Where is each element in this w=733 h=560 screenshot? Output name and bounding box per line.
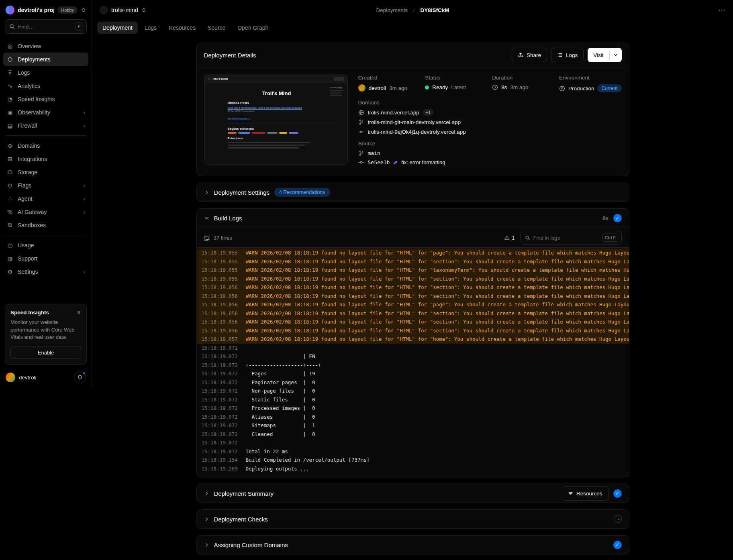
deployments-icon: ⬡ <box>6 56 14 63</box>
source-label: Source <box>358 141 622 147</box>
promo-body: Monitor your website performance with Co… <box>10 319 81 341</box>
arrow-up-circle-icon <box>559 86 565 92</box>
sidebar-item-integrations[interactable]: ⊞Integrations <box>3 152 88 165</box>
tab-logs[interactable]: Logs <box>139 22 162 34</box>
search-input[interactable] <box>18 24 72 30</box>
share-button[interactable]: Share <box>512 48 547 62</box>
user-avatar[interactable] <box>6 373 15 382</box>
log-line-warn: 15:18:19.056WARN 2026/02/08 18:18:19 fou… <box>197 300 629 309</box>
deployment-checks-row[interactable]: Deployment Checks <box>196 509 629 529</box>
chevron-right-icon: › <box>83 195 85 202</box>
chevron-right-icon: › <box>83 269 85 275</box>
sidebar-item-firewall[interactable]: ▤Firewall› <box>3 119 88 132</box>
agent-icon: ∴ <box>6 195 14 202</box>
sidebar-item-storage[interactable]: ⛁Storage <box>3 165 88 179</box>
usage-icon: ◷ <box>6 242 14 248</box>
sidebar-item-ai-gateway[interactable]: %AI Gateway› <box>3 205 88 218</box>
deployment-preview[interactable]: Troli's Mind On this page Troli's Mind Ú… <box>204 75 348 165</box>
deployment-summary-row[interactable]: Deployment Summary Resources ✓ <box>196 484 629 503</box>
sidebar-item-flags[interactable]: ⊙Flags› <box>3 179 88 192</box>
log-output[interactable]: 15:18:19.055WARN 2026/02/08 18:18:19 fou… <box>197 248 629 477</box>
chevron-down-icon[interactable] <box>204 216 209 221</box>
sidebar-item-analytics[interactable]: ∿Analytics <box>3 79 88 92</box>
build-logs-title[interactable]: Build Logs <box>214 215 242 222</box>
source-branch[interactable]: main <box>358 150 622 156</box>
notifications-button[interactable] <box>74 371 86 383</box>
log-search[interactable]: Ctrl F <box>521 231 622 244</box>
project-switcher-icon[interactable] <box>141 8 146 12</box>
resources-button[interactable]: Resources <box>562 486 608 501</box>
domains-label: Domains <box>358 100 622 106</box>
domains-list: trolis-mind.vercel.app+1trolis-mind-git-… <box>358 109 622 135</box>
preview-heading: Troli's Mind <box>228 90 326 96</box>
log-line-count: 37 lines <box>214 235 233 241</box>
copy-icon[interactable] <box>204 235 210 240</box>
source-commit[interactable]: 5e5ee3b fix: error formatting <box>358 159 622 165</box>
breadcrumb-deployments[interactable]: Deployments <box>376 7 408 13</box>
project-name: trolis-mind <box>111 7 138 13</box>
tab-resources[interactable]: Resources <box>163 22 201 34</box>
bell-icon <box>77 375 83 380</box>
pending-clock-icon <box>614 515 622 523</box>
sandboxes-icon: ⧉ <box>6 222 14 228</box>
assigning-domains-row[interactable]: Assigning Custom Domains ✓ <box>196 535 629 554</box>
tab-deployment[interactable]: Deployment <box>97 22 138 34</box>
log-line: 15:18:19.072 <box>197 438 629 447</box>
team-switcher[interactable]: devtroli's proje… Hobby <box>0 5 92 18</box>
deployment-settings-row[interactable]: Deployment Settings 4 Recommendations <box>196 183 629 202</box>
sidebar-item-deployments[interactable]: ⬡Deployments <box>3 53 88 66</box>
sidebar-item-agent[interactable]: ∴Agent› <box>3 192 88 205</box>
chevron-down-icon[interactable] <box>610 48 622 62</box>
sidebar-item-settings[interactable]: ⚙Settings› <box>3 265 88 278</box>
domain-link[interactable]: trolis-mind.vercel.app+1 <box>358 109 622 116</box>
tab-open-graph[interactable]: Open Graph <box>232 22 274 34</box>
sidebar-item-domains[interactable]: ⊕Domains <box>3 139 88 152</box>
share-icon <box>518 52 523 58</box>
chevron-right-icon: › <box>83 182 85 189</box>
chevron-right-icon <box>204 190 209 195</box>
domains-icon: ⊕ <box>6 143 14 149</box>
assigning-domains-title: Assigning Custom Domains <box>214 542 288 548</box>
globe-icon <box>358 110 364 116</box>
domain-link[interactable]: trolis-mind-git-main-devtroly.vercel.app <box>358 119 622 125</box>
more-icon[interactable]: ⋯ <box>718 6 726 14</box>
warning-filter[interactable]: ⚠ 1 <box>504 234 515 241</box>
sidebar-search[interactable]: F <box>5 19 87 34</box>
git-branch-icon <box>358 150 364 156</box>
git-commit-icon <box>358 159 364 165</box>
log-line-warn: 15:18:19.056WARN 2026/02/08 18:18:19 fou… <box>197 318 629 326</box>
sidebar-item-usage[interactable]: ◷Usage <box>3 238 88 252</box>
log-search-input[interactable] <box>533 235 600 241</box>
meta-duration: Duration 8s 3m ago <box>492 75 559 92</box>
sidebar-item-overview[interactable]: ◎Overview <box>3 39 88 53</box>
plan-badge: Hobby <box>57 6 78 14</box>
visit-button[interactable]: Visit <box>588 48 621 62</box>
logs-button[interactable]: Logs <box>551 48 584 62</box>
log-line: 15:18:19.072 Sitemaps | 1 <box>197 421 629 430</box>
observability-icon: ◉ <box>6 109 14 116</box>
chevron-right-icon <box>204 517 209 522</box>
sidebar-item-logs[interactable]: ⠿Logs <box>3 66 88 79</box>
domain-link[interactable]: trolis-mind-9ejOk4j1q-devtroly.vercel.ap… <box>358 129 622 135</box>
tab-source[interactable]: Source <box>202 22 231 34</box>
git-commit-icon <box>358 129 364 135</box>
close-icon[interactable]: ✕ <box>77 310 81 316</box>
chevron-right-icon <box>204 491 209 496</box>
sidebar-item-support[interactable]: ◍Support <box>3 252 88 265</box>
sidebar-item-sandboxes[interactable]: ⧉Sandboxes <box>3 218 88 232</box>
enable-button[interactable]: Enable <box>10 346 81 359</box>
log-line: 15:18:19.072 | EN <box>197 352 629 361</box>
recommendations-badge[interactable]: 4 Recommendations <box>274 188 330 197</box>
deployment-checks-title: Deployment Checks <box>214 516 268 523</box>
sidebar-item-observability[interactable]: ◉Observability› <box>3 106 88 119</box>
build-duration: 8s <box>602 215 608 221</box>
flags-icon: ⊙ <box>6 182 14 189</box>
analytics-icon: ∿ <box>6 83 14 89</box>
log-line-warn: 15:18:19.057WARN 2026/02/08 18:18:19 fou… <box>197 335 629 344</box>
more-domains-badge[interactable]: +1 <box>423 109 434 116</box>
log-line: 15:18:19.072 Aliases | 0 <box>197 413 629 422</box>
search-shortcut-key: F <box>75 22 83 31</box>
overview-icon: ◎ <box>6 43 14 49</box>
sidebar-item-speed-insights[interactable]: ◔Speed Insights <box>3 92 88 106</box>
log-line-warn: 15:18:19.056WARN 2026/02/08 18:18:19 fou… <box>197 283 629 292</box>
